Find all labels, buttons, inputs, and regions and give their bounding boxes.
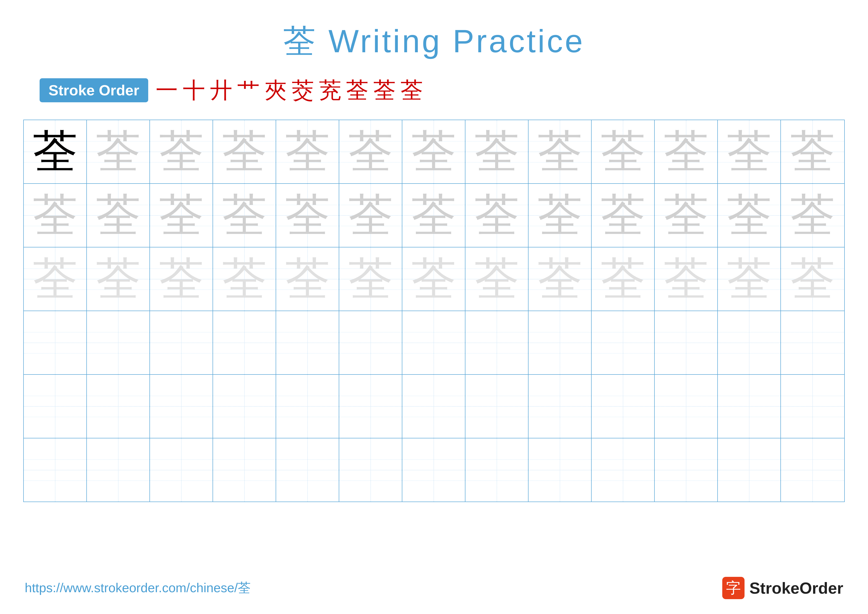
footer-url[interactable]: https://www.strokeorder.com/chinese/荃	[25, 579, 251, 597]
grid-cell[interactable]	[781, 438, 844, 502]
cell-lines	[718, 311, 780, 374]
grid-cell[interactable]	[150, 438, 213, 502]
grid-cell[interactable]: 荃	[24, 120, 87, 183]
grid-cell[interactable]	[718, 375, 781, 438]
grid-cell[interactable]: 荃	[655, 184, 718, 247]
grid-cell[interactable]: 荃	[465, 184, 529, 247]
grid-cell[interactable]	[781, 311, 844, 374]
grid-cell[interactable]	[655, 438, 718, 502]
grid-cell[interactable]	[339, 438, 402, 502]
grid-cell[interactable]: 荃	[24, 184, 87, 247]
grid-cell[interactable]: 荃	[529, 247, 592, 311]
cell-lines	[465, 375, 528, 438]
stroke-3: 廾	[210, 79, 232, 101]
grid-cell[interactable]	[24, 375, 87, 438]
grid-cell[interactable]: 荃	[213, 120, 276, 183]
grid-cell[interactable]	[592, 438, 655, 502]
grid-cell[interactable]: 荃	[529, 120, 592, 183]
grid-cell[interactable]	[87, 438, 150, 502]
grid-cell[interactable]: 荃	[402, 247, 465, 311]
grid-cell[interactable]	[24, 438, 87, 502]
grid-cell[interactable]: 荃	[213, 247, 276, 311]
grid-cell[interactable]: 荃	[150, 184, 213, 247]
cell-lines	[529, 438, 591, 502]
char-ghost: 荃	[411, 129, 456, 174]
char-ghost: 荃	[411, 257, 456, 302]
grid-cell[interactable]: 荃	[276, 247, 339, 311]
grid-cell[interactable]: 荃	[402, 184, 465, 247]
grid-cell[interactable]	[529, 438, 592, 502]
grid-cell[interactable]: 荃	[781, 247, 844, 311]
grid-cell[interactable]	[529, 311, 592, 374]
grid-cell[interactable]: 荃	[87, 247, 150, 311]
grid-cell[interactable]: 荃	[718, 120, 781, 183]
grid-cell[interactable]: 荃	[339, 247, 402, 311]
grid-cell[interactable]: 荃	[592, 184, 655, 247]
grid-cell[interactable]: 荃	[213, 184, 276, 247]
grid-cell[interactable]: 荃	[592, 120, 655, 183]
grid-cell[interactable]	[87, 311, 150, 374]
grid-cell[interactable]: 荃	[781, 184, 844, 247]
grid-cell[interactable]	[402, 311, 465, 374]
char-ghost: 荃	[727, 193, 772, 238]
grid-cell[interactable]	[592, 375, 655, 438]
grid-cell[interactable]: 荃	[276, 120, 339, 183]
grid-row-4	[24, 311, 844, 375]
cell-lines	[465, 311, 528, 374]
grid-cell[interactable]	[529, 375, 592, 438]
grid-cell[interactable]	[150, 311, 213, 374]
grid-cell[interactable]	[276, 311, 339, 374]
grid-cell[interactable]: 荃	[655, 247, 718, 311]
grid-cell[interactable]	[465, 438, 529, 502]
grid-cell[interactable]	[718, 311, 781, 374]
grid-cell[interactable]	[339, 375, 402, 438]
grid-cell[interactable]	[655, 311, 718, 374]
grid-cell[interactable]	[655, 375, 718, 438]
grid-cell[interactable]	[213, 438, 276, 502]
stroke-9: 荃	[374, 79, 396, 101]
grid-cell[interactable]: 荃	[339, 120, 402, 183]
cell-lines	[276, 375, 339, 438]
grid-cell[interactable]: 荃	[718, 247, 781, 311]
grid-cell[interactable]	[465, 375, 529, 438]
cell-lines	[213, 311, 276, 374]
grid-cell[interactable]: 荃	[87, 184, 150, 247]
grid-cell[interactable]: 荃	[150, 247, 213, 311]
grid-cell[interactable]: 荃	[655, 120, 718, 183]
grid-cell[interactable]: 荃	[465, 247, 529, 311]
grid-cell[interactable]	[339, 311, 402, 374]
grid-cell[interactable]: 荃	[150, 120, 213, 183]
grid-cell[interactable]	[592, 311, 655, 374]
char-ghost: 荃	[222, 129, 267, 174]
grid-cell[interactable]: 荃	[781, 120, 844, 183]
grid-cell[interactable]	[276, 438, 339, 502]
grid-cell[interactable]	[402, 375, 465, 438]
grid-cell[interactable]: 荃	[465, 120, 529, 183]
grid-cell[interactable]: 荃	[592, 247, 655, 311]
grid-cell[interactable]: 荃	[339, 184, 402, 247]
grid-cell[interactable]	[87, 375, 150, 438]
grid-cell[interactable]: 荃	[87, 120, 150, 183]
grid-cell[interactable]	[213, 311, 276, 374]
grid-cell[interactable]	[781, 375, 844, 438]
char-ghost: 荃	[96, 129, 141, 174]
grid-cell[interactable]	[24, 311, 87, 374]
grid-cell[interactable]	[213, 375, 276, 438]
cell-lines	[87, 311, 149, 374]
grid-cell[interactable]: 荃	[276, 184, 339, 247]
grid-cell[interactable]	[276, 375, 339, 438]
cell-lines	[339, 438, 402, 502]
grid-cell[interactable]	[718, 438, 781, 502]
grid-cell[interactable]	[465, 311, 529, 374]
grid-cell[interactable]	[402, 438, 465, 502]
grid-cell[interactable]	[150, 375, 213, 438]
stroke-6: 茭	[292, 79, 314, 101]
grid-cell[interactable]: 荃	[529, 184, 592, 247]
grid-cell[interactable]: 荃	[24, 247, 87, 311]
grid-cell[interactable]: 荃	[718, 184, 781, 247]
grid-cell[interactable]: 荃	[402, 120, 465, 183]
char-ghost: 荃	[727, 129, 772, 174]
grid-row-5	[24, 375, 844, 438]
cell-lines	[592, 438, 654, 502]
stroke-7: 茺	[319, 79, 341, 101]
